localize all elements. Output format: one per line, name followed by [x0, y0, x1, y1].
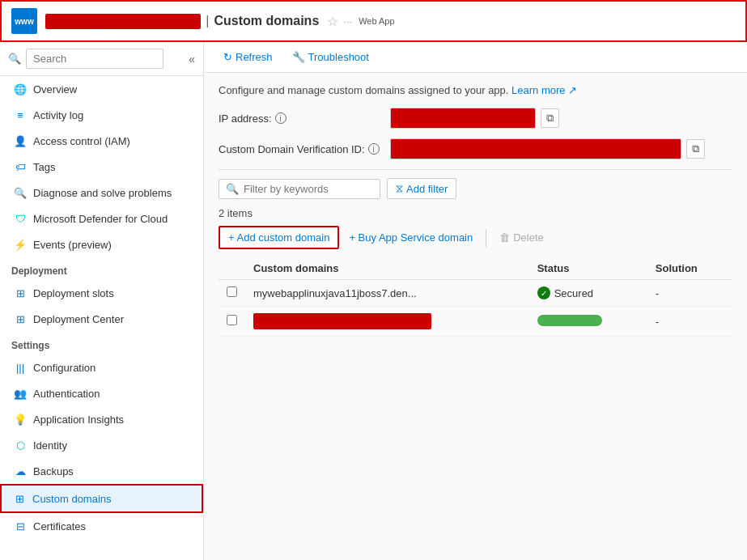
sidebar-item-label: Identity: [33, 439, 67, 452]
row-checkbox-cell: [219, 280, 245, 307]
ip-address-label: IP address: i: [219, 112, 380, 125]
ip-address-value: [390, 108, 536, 129]
description-text: Configure and manage custom domains assi…: [219, 84, 732, 96]
row2-status-cell: [529, 307, 647, 337]
sidebar-item-label: Activity log: [33, 109, 83, 121]
refresh-icon: ↻: [223, 51, 232, 63]
sidebar-item-backups[interactable]: ☁ Backups: [0, 458, 203, 484]
center-icon: ⊞: [14, 312, 27, 325]
app-icon: www: [11, 8, 37, 34]
identity-icon: ⬡: [14, 439, 27, 452]
sidebar-item-app-insights[interactable]: 💡 Application Insights: [0, 406, 203, 432]
learn-more-link[interactable]: Learn more ↗: [511, 84, 577, 96]
action-bar: + Add custom domain + Buy App Service do…: [219, 226, 732, 249]
verification-id-row: Custom Domain Verification ID: i ⧉: [219, 138, 732, 159]
status-secured: ✓ Secured: [537, 286, 639, 299]
auth-icon: 👥: [14, 387, 27, 400]
content-area: ↻ Refresh 🔧 Troubleshoot Configure and m…: [204, 42, 747, 560]
ip-address-value-box: ⧉: [390, 108, 559, 129]
sidebar-item-deployment-center[interactable]: ⊞ Deployment Center: [0, 306, 203, 332]
troubleshoot-icon: 🔧: [292, 51, 305, 63]
sidebar-item-label: Tags: [33, 161, 55, 173]
filter-funnel-icon: ⧖: [396, 182, 403, 195]
filter-input[interactable]: [244, 183, 373, 195]
sidebar-item-label: Overview: [33, 83, 77, 95]
sidebar-item-activity-log[interactable]: ≡ Activity log: [0, 102, 203, 128]
sidebar-item-defender[interactable]: 🛡 Microsoft Defender for Cloud: [0, 206, 203, 231]
troubleshoot-button[interactable]: 🔧 Troubleshoot: [284, 47, 377, 67]
sidebar-item-label: Certificates: [33, 520, 86, 532]
sidebar-item-authentication[interactable]: 👥 Authentication: [0, 380, 203, 406]
domain-solution-cell: -: [647, 280, 732, 307]
breadcrumb-separator: |: [206, 14, 209, 28]
page-title: Custom domains: [214, 14, 319, 28]
slots-icon: ⊞: [14, 286, 27, 299]
favorite-icon[interactable]: ☆: [327, 14, 338, 29]
breadcrumb: mywebapplinuxjava11jboss7... | Custom do…: [45, 14, 319, 29]
tag-icon: 🏷: [14, 160, 27, 173]
verification-info-icon[interactable]: i: [368, 143, 380, 155]
ip-copy-button[interactable]: ⧉: [541, 108, 559, 128]
sidebar-item-label: Configuration: [33, 362, 95, 374]
table-header-solution: Solution: [647, 257, 732, 280]
table-row: -: [219, 307, 732, 337]
insights-icon: 💡: [14, 413, 27, 426]
domain-status-cell: ✓ Secured: [529, 280, 647, 307]
verification-id-value: [390, 138, 681, 159]
sidebar-item-label: Backups: [33, 465, 74, 477]
table-header-status: Status: [529, 257, 647, 280]
add-filter-button[interactable]: ⧖ Add filter: [387, 178, 456, 199]
table-header-domains: Custom domains: [245, 257, 529, 280]
sidebar-item-custom-domains[interactable]: ⊞ Custom domains: [0, 484, 203, 513]
row2-domain-cell: [245, 307, 529, 337]
sidebar-item-deployment-slots[interactable]: ⊞ Deployment slots: [0, 280, 203, 306]
filter-input-container: 🔍: [219, 179, 380, 199]
redacted-status: [537, 315, 602, 326]
table-row: mywebapplinuxjava11jboss7.den... ✓ Secur…: [219, 280, 732, 307]
sidebar-item-label: Custom domains: [32, 493, 112, 505]
events-icon: ⚡: [14, 238, 27, 251]
delete-button[interactable]: 🗑 Delete: [491, 227, 552, 248]
user-icon: 👤: [14, 134, 27, 147]
sidebar-item-configuration[interactable]: ||| Configuration: [0, 354, 203, 380]
more-options-icon[interactable]: ···: [343, 15, 352, 28]
ip-address-row: IP address: i ⧉: [219, 108, 732, 129]
sidebar-item-tags[interactable]: 🏷 Tags: [0, 154, 203, 180]
trash-icon: 🗑: [499, 231, 510, 244]
table-header-row: Custom domains Status Solution: [219, 257, 732, 280]
section-deployment: Deployment: [0, 257, 203, 280]
sidebar-item-label: Deployment Center: [33, 313, 124, 325]
row-checkbox[interactable]: [227, 286, 237, 297]
sidebar-item-iam[interactable]: 👤 Access control (IAM): [0, 128, 203, 154]
row2-checkbox[interactable]: [227, 315, 237, 325]
verification-id-label: Custom Domain Verification ID: i: [219, 143, 380, 155]
toolbar: ↻ Refresh 🔧 Troubleshoot: [204, 42, 747, 73]
sidebar-item-certificates[interactable]: ⊟ Certificates: [0, 513, 203, 539]
backup-icon: ☁: [14, 465, 27, 477]
refresh-button[interactable]: ↻ Refresh: [215, 47, 281, 67]
sidebar-item-events[interactable]: ⚡ Events (preview): [0, 231, 203, 257]
divider: [219, 169, 732, 170]
sidebar-item-label: Application Insights: [33, 414, 124, 426]
row2-solution-cell: -: [647, 307, 732, 337]
sidebar-item-diagnose[interactable]: 🔍 Diagnose and solve problems: [0, 180, 203, 206]
table-header-checkbox: [219, 257, 245, 280]
items-count: 2 items: [219, 207, 732, 219]
search-input[interactable]: [26, 49, 163, 69]
domain-name-cell: mywebapplinuxjava11jboss7.den...: [245, 280, 529, 307]
search-icon: 🔍: [8, 53, 21, 65]
filter-row: 🔍 ⧖ Add filter: [219, 178, 732, 199]
verification-copy-button[interactable]: ⧉: [686, 139, 705, 159]
sidebar-collapse-button[interactable]: «: [189, 53, 195, 66]
sidebar-search-container: 🔍 «: [0, 42, 203, 76]
sidebar-item-overview[interactable]: 🌐 Overview: [0, 76, 203, 102]
sidebar: 🔍 « 🌐 Overview ≡ Activity log 👤 Access c…: [0, 42, 204, 560]
domains-table: Custom domains Status Solution mywebappl…: [219, 257, 732, 337]
list-icon: ≡: [14, 108, 27, 121]
buy-app-service-button[interactable]: + Buy App Service domain: [341, 227, 481, 248]
app-name[interactable]: mywebapplinuxjava11jboss7...: [45, 14, 201, 29]
ip-info-icon[interactable]: i: [275, 112, 286, 124]
sidebar-item-identity[interactable]: ⬡ Identity: [0, 432, 203, 458]
add-custom-domain-button[interactable]: + Add custom domain: [219, 226, 339, 249]
config-icon: |||: [14, 361, 27, 374]
